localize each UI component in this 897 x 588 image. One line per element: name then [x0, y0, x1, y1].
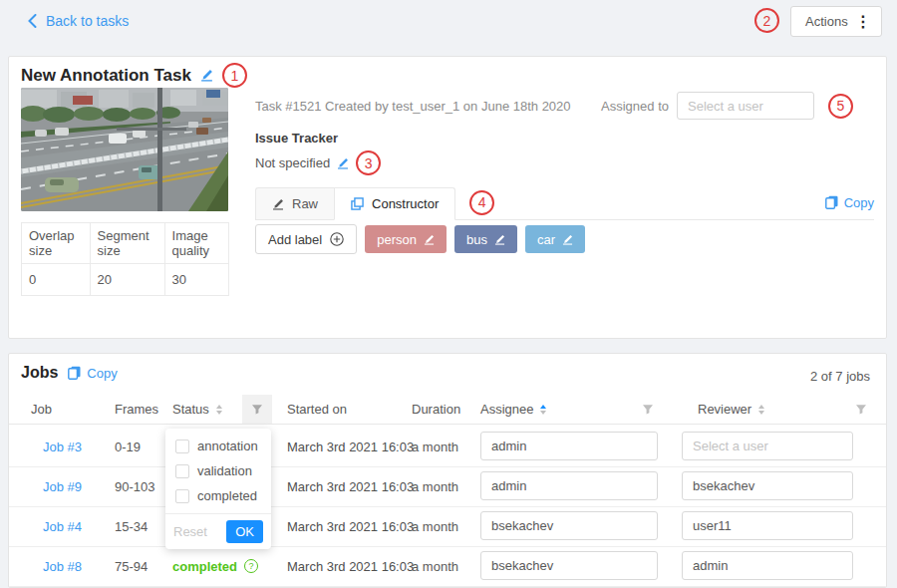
edit-issue-tracker-icon[interactable] [337, 157, 349, 169]
frames-cell: 75-94 [115, 546, 148, 586]
filter-funnel-icon [251, 404, 263, 416]
edit-label-bus-icon[interactable] [494, 234, 505, 245]
duration-cell: a month [412, 546, 458, 586]
column-status[interactable]: Status [172, 395, 222, 424]
job-link[interactable]: Job #9 [43, 466, 82, 506]
status-filter-button[interactable] [242, 395, 272, 424]
edit-title-icon[interactable] [200, 69, 213, 82]
back-to-tasks-link[interactable]: Back to tasks [28, 13, 129, 29]
job-row: Job #8 75-94 completed ? March 3rd 2021 … [9, 546, 886, 587]
param-value-segment: 20 [90, 264, 164, 296]
raw-edit-icon [272, 198, 284, 210]
tab-constructor-label: Constructor [372, 196, 439, 211]
frames-cell: 15-34 [115, 506, 148, 546]
issue-tracker-value: Not specified [255, 155, 330, 170]
copy-labels-link[interactable]: Copy [825, 195, 874, 210]
add-label-text: Add label [268, 232, 322, 247]
callout-4: 4 [469, 190, 494, 215]
reviewer-input[interactable] [682, 511, 853, 540]
started-cell: March 3rd 2021 16:03 [287, 427, 414, 466]
assigned-to-input[interactable] [677, 92, 814, 120]
assignee-input[interactable] [480, 432, 658, 460]
task-details-card: New Annotation Task 1 [8, 56, 887, 339]
copy-labels-label: Copy [844, 195, 874, 210]
label-car-name: car [537, 232, 555, 247]
label-chip-bus[interactable]: bus [454, 225, 517, 253]
checkbox-icon[interactable] [175, 464, 189, 478]
column-duration: Duration [412, 395, 460, 424]
filter-funnel-icon [855, 404, 867, 416]
job-link[interactable]: Job #4 [43, 506, 82, 546]
reviewer-input[interactable] [682, 551, 853, 580]
edit-label-person-icon[interactable] [424, 234, 435, 245]
column-assignee[interactable]: Assignee [480, 395, 546, 424]
label-chip-person[interactable]: person [365, 225, 447, 253]
frames-cell: 0-19 [115, 427, 141, 466]
job-row: Job #3 0-19 March 3rd 2021 16:03 a month [9, 427, 886, 467]
tab-raw[interactable]: Raw [255, 187, 334, 220]
status-cell: completed ? [172, 546, 258, 586]
status-filter-dropdown: annotation validation completed Reset OK [165, 429, 271, 549]
cvat-task-page: Back to tasks 2 Actions ⋮ New Annotation… [0, 0, 897, 588]
reviewer-filter-button[interactable] [850, 395, 872, 424]
jobs-title: Jobs [21, 364, 58, 382]
jobs-card: Jobs Copy 2 of 7 jobs Job Frames Status … [8, 353, 887, 588]
filter-ok-button[interactable]: OK [226, 520, 263, 543]
job-row: Job #9 90-103 March 3rd 2021 16:03 a mon… [9, 466, 886, 507]
assignee-filter-button[interactable] [637, 395, 659, 424]
column-assignee-label: Assignee [480, 402, 533, 417]
jobs-table-header: Job Frames Status Started on Duration As… [9, 395, 886, 425]
started-cell: March 3rd 2021 16:03 [287, 466, 414, 506]
filter-reset-button[interactable]: Reset [173, 524, 207, 539]
jobs-count: 2 of 7 jobs [810, 369, 870, 384]
filter-option-annotation[interactable]: annotation [165, 434, 271, 458]
started-cell: March 3rd 2021 16:03 [287, 546, 414, 586]
duration-cell: a month [412, 466, 458, 506]
reviewer-input[interactable] [682, 432, 853, 460]
question-circle-icon[interactable]: ? [244, 559, 258, 573]
actions-label: Actions [805, 14, 848, 29]
assigned-to-label: Assigned to [601, 99, 669, 114]
callout-3: 3 [356, 150, 381, 175]
add-label-button[interactable]: Add label [255, 224, 357, 254]
edit-label-car-icon[interactable] [562, 234, 573, 245]
column-frames: Frames [115, 395, 158, 424]
param-value-overlap: 0 [22, 264, 91, 296]
checkbox-icon[interactable] [175, 440, 189, 453]
checkbox-icon[interactable] [175, 489, 189, 503]
filter-option-validation[interactable]: validation [165, 458, 271, 483]
job-link[interactable]: Job #8 [43, 546, 82, 586]
status-sort-icon[interactable] [216, 405, 222, 415]
assignee-sort-icon[interactable] [540, 405, 546, 415]
param-value-quality: 30 [164, 264, 228, 296]
filter-option-completed[interactable]: completed [165, 483, 271, 508]
labels-row: Add label person bus car [255, 224, 585, 254]
filter-option-label: validation [197, 463, 252, 478]
job-link[interactable]: Job #3 [43, 427, 82, 466]
more-menu-icon[interactable]: ⋮ [855, 14, 871, 30]
plus-circle-icon [330, 232, 344, 246]
assignee-input[interactable] [480, 551, 658, 580]
filter-option-label: annotation [197, 439, 258, 453]
column-reviewer[interactable]: Reviewer [698, 395, 764, 424]
task-title: New Annotation Task [21, 66, 191, 86]
label-chip-car[interactable]: car [525, 225, 585, 253]
reviewer-input[interactable] [682, 471, 853, 500]
back-label: Back to tasks [46, 13, 129, 29]
assigned-to-block: Assigned to 5 [601, 92, 853, 120]
actions-button[interactable]: Actions ⋮ [790, 6, 882, 37]
tab-constructor[interactable]: Constructor [334, 187, 455, 220]
job-row: Job #4 15-34 March 3rd 2021 16:03 a mont… [9, 506, 886, 547]
filter-funnel-icon [642, 404, 654, 416]
assignee-input[interactable] [480, 511, 658, 540]
callout-1: 1 [222, 63, 247, 88]
started-cell: March 3rd 2021 16:03 [287, 506, 414, 546]
task-title-row: New Annotation Task 1 [21, 63, 247, 88]
reviewer-sort-icon[interactable] [758, 405, 764, 415]
task-preview-image [21, 88, 228, 211]
param-header-overlap: Overlap size [22, 223, 91, 264]
status-completed-text: completed [172, 559, 237, 574]
copy-jobs-link[interactable]: Copy [68, 366, 117, 381]
task-meta: Task #1521 Created by test_user_1 on Jun… [255, 99, 571, 114]
assignee-input[interactable] [480, 471, 658, 500]
